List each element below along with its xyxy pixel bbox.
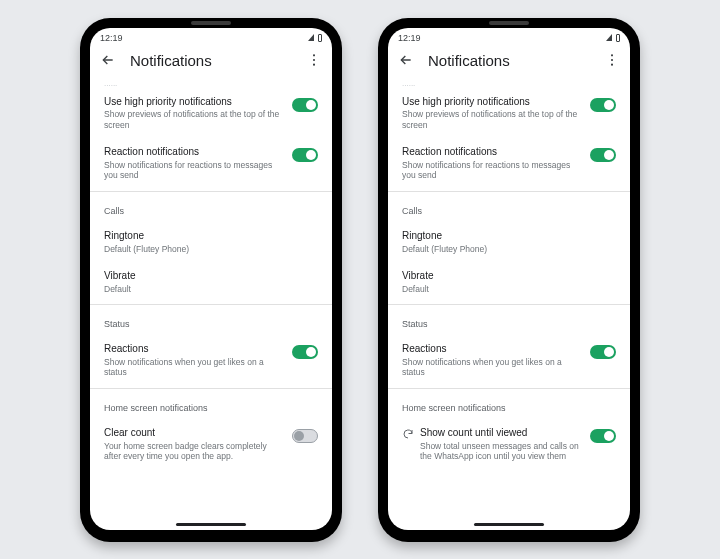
svg-point-2 [313, 64, 315, 66]
phone-left: 12:19 Notifications ...... Use high prio… [80, 18, 342, 542]
row-sub: Show previews of notifications at the to… [402, 109, 580, 130]
row-ringtone[interactable]: Ringtone Default (Flutey Phone) [402, 222, 616, 262]
more-icon[interactable] [604, 52, 620, 68]
row-title: Reaction notifications [104, 146, 282, 159]
settings-list[interactable]: ...... Use high priority notifications S… [90, 79, 332, 520]
divider [90, 304, 332, 305]
nav-bar[interactable] [90, 520, 332, 530]
truncated-row: ...... [402, 79, 616, 88]
row-sub: Show notifications for reactions to mess… [402, 160, 580, 181]
page-title: Notifications [428, 52, 590, 69]
nav-pill[interactable] [474, 523, 544, 526]
row-title: Ringtone [104, 230, 318, 243]
row-show-count[interactable]: Show count until viewed Show total unsee… [402, 419, 616, 470]
battery-icon [616, 34, 620, 42]
row-sub: Show notifications when you get likes on… [104, 357, 282, 378]
phone-right: 12:19 Notifications ...... Use high prio… [378, 18, 640, 542]
toggle-high-priority[interactable] [590, 98, 616, 112]
row-sub: Show total unseen messages and calls on … [420, 441, 580, 462]
row-status-reactions[interactable]: Reactions Show notifications when you ge… [104, 335, 318, 386]
row-high-priority[interactable]: Use high priority notifications Show pre… [104, 88, 318, 139]
divider [388, 304, 630, 305]
back-icon[interactable] [100, 52, 116, 68]
row-title: Reactions [402, 343, 580, 356]
divider [90, 191, 332, 192]
toggle-status-reactions[interactable] [292, 345, 318, 359]
svg-point-0 [313, 54, 315, 56]
divider [388, 388, 630, 389]
refresh-icon [402, 428, 414, 440]
row-ringtone[interactable]: Ringtone Default (Flutey Phone) [104, 222, 318, 262]
signal-icon [606, 34, 612, 41]
row-title: Vibrate [104, 270, 318, 283]
row-sub: Default (Flutey Phone) [104, 244, 318, 255]
row-sub: Your home screen badge clears completely… [104, 441, 282, 462]
status-icons [606, 34, 620, 42]
appbar: Notifications [90, 46, 332, 79]
screen: 12:19 Notifications ...... Use high prio… [388, 28, 630, 530]
row-status-reactions[interactable]: Reactions Show notifications when you ge… [402, 335, 616, 386]
toggle-high-priority[interactable] [292, 98, 318, 112]
row-title: Use high priority notifications [402, 96, 580, 109]
row-sub: Show notifications when you get likes on… [402, 357, 580, 378]
row-high-priority[interactable]: Use high priority notifications Show pre… [402, 88, 616, 139]
row-sub: Default (Flutey Phone) [402, 244, 616, 255]
section-calls: Calls [104, 194, 318, 222]
status-bar: 12:19 [388, 28, 630, 46]
page-title: Notifications [130, 52, 292, 69]
row-vibrate[interactable]: Vibrate Default [104, 262, 318, 302]
section-status: Status [402, 307, 616, 335]
row-title: Reaction notifications [402, 146, 580, 159]
status-bar: 12:19 [90, 28, 332, 46]
row-reaction-notifs[interactable]: Reaction notifications Show notification… [104, 138, 318, 189]
row-reaction-notifs[interactable]: Reaction notifications Show notification… [402, 138, 616, 189]
divider [388, 191, 630, 192]
nav-bar[interactable] [388, 520, 630, 530]
divider [90, 388, 332, 389]
back-icon[interactable] [398, 52, 414, 68]
row-title: Vibrate [402, 270, 616, 283]
row-title: Reactions [104, 343, 282, 356]
section-calls: Calls [402, 194, 616, 222]
appbar: Notifications [388, 46, 630, 79]
signal-icon [308, 34, 314, 41]
toggle-reaction-notifs[interactable] [292, 148, 318, 162]
status-time: 12:19 [398, 33, 421, 43]
svg-point-4 [611, 59, 613, 61]
row-sub: Default [402, 284, 616, 295]
settings-list[interactable]: ...... Use high priority notifications S… [388, 79, 630, 520]
section-home: Home screen notifications [104, 391, 318, 419]
status-time: 12:19 [100, 33, 123, 43]
screen: 12:19 Notifications ...... Use high prio… [90, 28, 332, 530]
toggle-reaction-notifs[interactable] [590, 148, 616, 162]
section-home: Home screen notifications [402, 391, 616, 419]
row-sub: Show previews of notifications at the to… [104, 109, 282, 130]
section-status: Status [104, 307, 318, 335]
row-title: Ringtone [402, 230, 616, 243]
row-vibrate[interactable]: Vibrate Default [402, 262, 616, 302]
row-sub: Default [104, 284, 318, 295]
toggle-status-reactions[interactable] [590, 345, 616, 359]
row-clear-count[interactable]: Clear count Your home screen badge clear… [104, 419, 318, 470]
row-title: Clear count [104, 427, 282, 440]
truncated-row: ...... [104, 79, 318, 88]
status-icons [308, 34, 322, 42]
toggle-show-count[interactable] [590, 429, 616, 443]
nav-pill[interactable] [176, 523, 246, 526]
row-title: Show count until viewed [420, 427, 580, 440]
svg-point-3 [611, 54, 613, 56]
toggle-clear-count[interactable] [292, 429, 318, 443]
row-sub: Show notifications for reactions to mess… [104, 160, 282, 181]
battery-icon [318, 34, 322, 42]
more-icon[interactable] [306, 52, 322, 68]
svg-point-5 [611, 64, 613, 66]
row-title: Use high priority notifications [104, 96, 282, 109]
svg-point-1 [313, 59, 315, 61]
